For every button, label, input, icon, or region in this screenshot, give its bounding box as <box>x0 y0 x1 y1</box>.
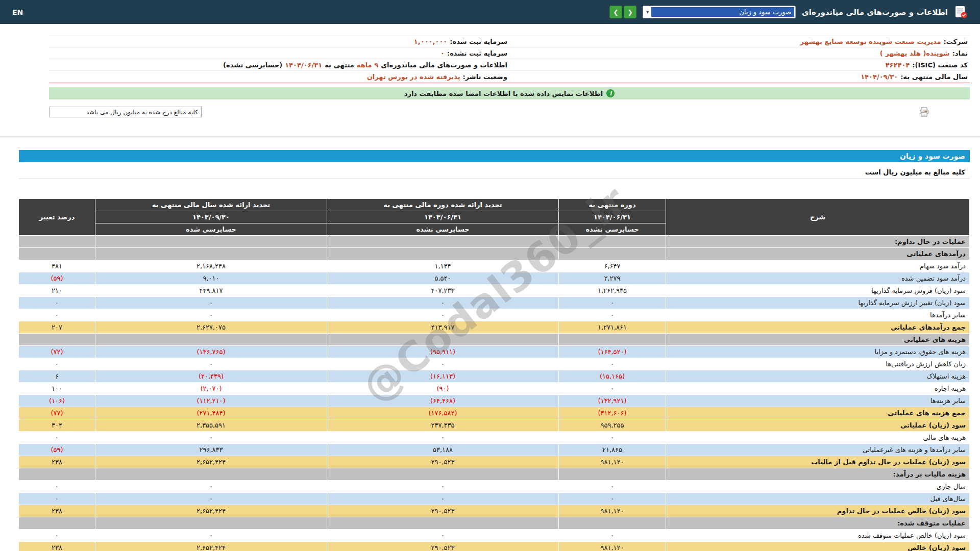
percent-change-cell: (۱۰۶) <box>19 395 95 407</box>
row-label: سایر درآمدها و هزینه های غیرعملیاتی <box>666 444 970 456</box>
value-cell <box>95 236 327 248</box>
value-cell: (۲۰,۴۳۹) <box>95 370 327 383</box>
value-cell: ۰ <box>95 493 327 505</box>
pl-table-wrap: @Codal360_ir شرح دوره منتهی به تجدید ارا… <box>19 198 970 551</box>
col-header-period-2-date: ۱۴۰۳/۰۶/۳۱ <box>327 211 559 223</box>
row-label: هزینه های حقوق، دستمزد و مزایا <box>666 346 970 358</box>
value-cell: ۰ <box>559 481 666 493</box>
value-cell: ۲۱,۸۶۵ <box>559 444 666 456</box>
row-label: جمع درآمدهای عملیاتی <box>666 321 970 334</box>
row-label: سال‌های قبل <box>666 493 970 505</box>
previous-report-button[interactable]: ❮ <box>624 6 636 18</box>
value-cell: ۰ <box>559 530 666 542</box>
report-select-value: صورت سود و زیان <box>651 7 794 17</box>
row-label: عملیات در حال تداوم: <box>666 236 970 248</box>
statement-section: صورت سود و زیان کلیه مبالغ به میلیون ریا… <box>19 150 970 551</box>
company-info-panel: شرکت: مدیریت صنعت شوینده توسعه صنایع بهش… <box>49 35 970 83</box>
unregistered-capital-row: سرمایه ثبت نشده: ۰ <box>49 47 509 59</box>
data-row: هزینه استهلاک(۱۵,۱۶۵)(۱۶,۱۱۳)(۲۰,۴۳۹)۶ <box>19 370 970 383</box>
percent-change-cell: ۶ <box>19 370 95 383</box>
next-report-button[interactable]: ❯ <box>609 6 622 18</box>
percent-change-cell: (۵۹) <box>19 444 95 456</box>
value-cell: (۱۳۲,۹۲۱) <box>559 395 666 407</box>
units-note-text: کلیه مبالغ درج شده به میلیون ریال می باش… <box>86 109 198 116</box>
row-label: سود (زیان) عملیات در حال تداوم قبل از ما… <box>666 456 970 468</box>
print-icon[interactable] <box>919 107 929 117</box>
row-label: سود (زیان) تغییر ارزش سرمایه گذاریها <box>666 297 970 309</box>
data-row: سود (زیان) خالص عملیات متوقف شده۰۰۰۰ <box>19 530 970 542</box>
section-row: هزینه های عملیاتی <box>19 334 970 346</box>
report-nav-buttons: ❮ ❯ <box>609 6 636 18</box>
period-prefix: اطلاعات و صورت‌های مالی میاندوره‌ای <box>381 61 507 69</box>
value-cell <box>327 334 559 346</box>
company-label: شرکت: <box>944 38 968 45</box>
top-bar: اطلاعات و صورت‌های مالی میاندوره‌ای صورت… <box>0 0 980 24</box>
percent-change-cell: ۰ <box>19 309 95 321</box>
percent-change-cell: ۰ <box>19 530 95 542</box>
value-cell: ۹۸۱,۱۲۰ <box>559 505 666 517</box>
col-header-period-1-date: ۱۴۰۴/۰۶/۳۱ <box>559 211 666 223</box>
data-row: سود (زیان) عملیاتی۹۵۹,۲۵۵۲۳۷,۳۳۵۲,۳۵۵,۵۹… <box>19 419 970 432</box>
value-cell <box>559 334 666 346</box>
row-label: سود (زیان) خالص عملیات در حال تداوم <box>666 505 970 517</box>
value-cell: ۲۹۶,۸۳۳ <box>95 444 327 456</box>
data-row: زیان کاهش ارزش دریافتنی‌ها۰۰۰۰ <box>19 358 970 370</box>
value-cell: (۱۶,۱۱۳) <box>327 370 559 383</box>
data-row: سود (زیان) خالص۹۸۱,۱۲۰۲۹۰,۵۲۳۲,۶۵۲,۴۲۴۲۳… <box>19 542 970 551</box>
percent-change-cell <box>19 517 95 530</box>
fiscal-year-row: سال مالی منتهی به: ۱۴۰۴/۰۹/۳۰ <box>509 71 970 83</box>
percent-change-cell: ۲۳۸ <box>19 542 95 551</box>
pl-table-body: عملیات در حال تداوم:درآمدهای عملیاتیدرآم… <box>19 236 970 551</box>
percent-change-cell: (۷۷) <box>19 407 95 419</box>
data-row: هزینه های مالی۰۰۰۰ <box>19 432 970 444</box>
issuer-status-row: وضعیت ناشر: پذیرفته شده در بورس تهران <box>49 71 509 83</box>
row-label: درآمدهای عملیاتی <box>666 248 970 260</box>
value-cell <box>559 248 666 260</box>
section-row: عملیات متوقف شده: <box>19 517 970 530</box>
company-row: شرکت: مدیریت صنعت شوینده توسعه صنایع بهش… <box>509 36 970 47</box>
value-cell: (۳۱۲,۶۰۶) <box>559 407 666 419</box>
data-row: سود (زیان) تغییر ارزش سرمایه گذاریها۰۰۰۰ <box>19 297 970 309</box>
value-cell: ۰ <box>95 432 327 444</box>
value-cell: (۹۰) <box>327 383 559 395</box>
percent-change-cell: ۰ <box>19 432 95 444</box>
percent-change-cell: ۲۳۸ <box>19 505 95 517</box>
value-cell: ۲,۱۶۸,۲۴۸ <box>95 260 327 272</box>
value-cell <box>95 517 327 530</box>
col-header-period-2-title: تجدید ارائه شده دوره مالی منتهی به <box>327 199 559 211</box>
value-cell: ۹۵۹,۲۵۵ <box>559 419 666 432</box>
value-cell: ۰ <box>559 383 666 395</box>
data-row: هزینه اجاره۰(۹۰)(۲,۰۷۰)۱۰۰ <box>19 383 970 395</box>
fiscal-year-value: ۱۴۰۴/۰۹/۳۰ <box>861 73 898 81</box>
col-header-description: شرح <box>666 199 970 236</box>
value-cell <box>327 248 559 260</box>
data-row: درآمد سود سهام۶,۶۴۷۱,۱۴۴۲,۱۶۸,۲۴۸۴۸۱ <box>19 260 970 272</box>
col-header-period-2-audit: حسابرسی نشده <box>327 223 559 236</box>
row-label: سایر هزینه‌ها <box>666 395 970 407</box>
value-cell: ۲,۲۷۹ <box>559 272 666 285</box>
percent-change-cell: ۲۳۸ <box>19 456 95 468</box>
section-row: درآمدهای عملیاتی <box>19 248 970 260</box>
signature-match-banner: i اطلاعات نمایش داده شده با اطلاعات امضا… <box>49 87 970 99</box>
value-cell: ۲,۶۵۲,۴۲۴ <box>95 456 327 468</box>
units-note-box: کلیه مبالغ درج شده به میلیون ریال می باش… <box>49 107 202 117</box>
percent-change-cell: ۰ <box>19 297 95 309</box>
value-cell: ۰ <box>327 297 559 309</box>
value-cell: ۲,۶۲۷,۰۷۵ <box>95 321 327 334</box>
value-cell: ۲۳۷,۳۳۵ <box>327 419 559 432</box>
unregistered-capital-label: سرمایه ثبت نشده: <box>447 49 507 57</box>
row-label: سال جاری <box>666 481 970 493</box>
col-header-period-1-title: دوره منتهی به <box>559 199 666 211</box>
value-cell: ۰ <box>95 309 327 321</box>
value-cell: ۵,۵۴۰ <box>327 272 559 285</box>
value-cell: (۱۳۶,۷۶۵) <box>95 346 327 358</box>
col-header-period-3-audit: حسابرسی شده <box>95 223 327 236</box>
value-cell: ۴۰۷,۲۳۳ <box>327 285 559 297</box>
language-toggle-link[interactable]: EN <box>12 8 23 16</box>
value-cell: (۹۵,۹۱۱) <box>327 346 559 358</box>
row-label: هزینه اجاره <box>666 383 970 395</box>
pl-table: شرح دوره منتهی به تجدید ارائه شده دوره م… <box>18 198 970 551</box>
report-type-select[interactable]: صورت سود و زیان ▾ <box>643 6 796 18</box>
page-title: اطلاعات و صورت‌های مالی میاندوره‌ای <box>802 8 948 17</box>
value-cell: ۰ <box>95 297 327 309</box>
